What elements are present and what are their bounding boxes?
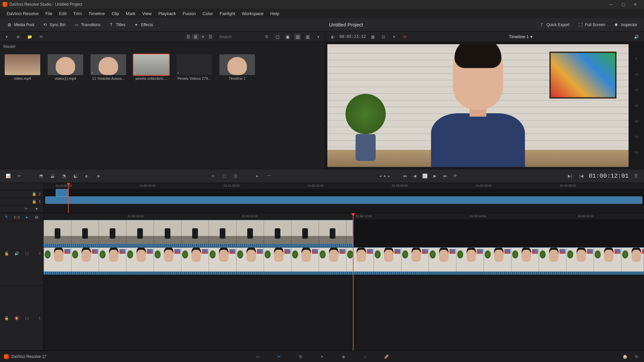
- maximize-button[interactable]: ▢: [617, 0, 629, 9]
- lock-icon[interactable]: 🔓: [3, 314, 11, 322]
- media-clip[interactable]: ♪11 Youtube Ausza...: [91, 54, 126, 80]
- marker-button[interactable]: ▼: [33, 205, 41, 213]
- jog-left-icon[interactable]: ◂: [379, 174, 381, 178]
- source-view-2[interactable]: ▣: [284, 34, 291, 40]
- ruler-main[interactable]: 01:00:09:0001:00:10:0001:00:12:0001:00:1…: [44, 213, 644, 220]
- video-icon[interactable]: ▢: [23, 249, 31, 257]
- next-edit-button[interactable]: ▶|: [566, 172, 574, 180]
- jump-last-button[interactable]: ⏭: [441, 172, 449, 180]
- search-input[interactable]: [219, 35, 259, 39]
- menu-fusion[interactable]: Fusion: [179, 10, 199, 17]
- source-view-3[interactable]: ▤: [294, 34, 301, 40]
- color-page-button[interactable]: ◉: [340, 353, 347, 360]
- sync-bin-button[interactable]: ⟲Sync Bin: [39, 21, 69, 29]
- menu-fairlight[interactable]: Fairlight: [216, 10, 238, 17]
- match-frame-button[interactable]: ▦: [369, 33, 377, 41]
- audio-trim-button[interactable]: 〰: [265, 172, 273, 180]
- mute-icon[interactable]: 🔊: [13, 249, 21, 257]
- home-button[interactable]: 🏠: [621, 353, 629, 360]
- lock-icon[interactable]: 🔓: [3, 249, 11, 257]
- prev-edit-button[interactable]: |◀: [577, 172, 585, 180]
- close-up-button[interactable]: ⬕: [71, 172, 79, 180]
- edit-page-button[interactable]: ⊞: [297, 353, 304, 360]
- stop-button[interactable]: [421, 172, 429, 180]
- metadata-view-button[interactable]: ☰: [185, 34, 192, 40]
- menu-mark[interactable]: Mark: [122, 10, 139, 17]
- tools-2-button[interactable]: ▢: [220, 172, 228, 180]
- menu-color[interactable]: Color: [199, 10, 216, 17]
- fairlight-page-button[interactable]: ♪: [361, 353, 369, 360]
- thumbnail-view-button[interactable]: ⊞: [192, 34, 199, 40]
- viewer-canvas[interactable]: [327, 44, 629, 167]
- link-button[interactable]: ●: [23, 213, 31, 221]
- append-button[interactable]: ⬓: [48, 172, 56, 180]
- sort-button[interactable]: ⇅: [263, 33, 271, 41]
- source-overwrite-button[interactable]: ⬗: [94, 172, 102, 180]
- overview-clip-v2[interactable]: [56, 189, 69, 196]
- breadcrumb[interactable]: Master: [0, 42, 325, 51]
- jump-first-button[interactable]: ⏮: [401, 172, 409, 180]
- video-clip-v2[interactable]: [44, 220, 353, 247]
- media-pool-button[interactable]: ⊞Media Pool: [3, 21, 38, 29]
- options-button[interactable]: ▾: [314, 33, 322, 41]
- loop-playback-button[interactable]: ⟳: [451, 172, 459, 180]
- snap-button[interactable]: ⊢: [22, 205, 31, 213]
- ripple-overwrite-button[interactable]: ⬔: [60, 172, 68, 180]
- overview-clip-v1[interactable]: [45, 196, 642, 204]
- timecode-display[interactable]: 01:00:12:01: [589, 173, 629, 179]
- play-button[interactable]: ▶: [431, 172, 439, 180]
- prev-frame-button[interactable]: ◀: [411, 172, 419, 180]
- quick-export-button[interactable]: ⤴Quick Export: [536, 21, 573, 29]
- deliver-page-button[interactable]: 🚀: [383, 353, 390, 360]
- smart-insert-button[interactable]: ⬒: [37, 172, 45, 180]
- trim-tool-button[interactable]: ⊏⊐: [13, 213, 21, 221]
- strip-view-button[interactable]: ≡: [200, 34, 206, 40]
- titles-button[interactable]: TTitles: [105, 21, 129, 29]
- zoom-fit-button[interactable]: ⊡: [379, 33, 387, 41]
- effects-button[interactable]: ✦Effects: [130, 21, 156, 29]
- source-view-4[interactable]: ▥: [304, 34, 311, 40]
- menu-edit[interactable]: Edit: [56, 10, 70, 17]
- media-page-button[interactable]: ▭: [254, 353, 261, 360]
- menu-file[interactable]: File: [42, 10, 56, 17]
- media-clip[interactable]: ♪Pexels Videos 279...: [176, 54, 212, 80]
- lock-icon[interactable]: 🔒: [32, 192, 37, 196]
- speaker-button[interactable]: 🔊: [633, 33, 641, 41]
- list-view-button[interactable]: ☲: [207, 34, 214, 40]
- settings-button[interactable]: ⚙: [633, 353, 640, 360]
- view-button[interactable]: ▤: [33, 213, 41, 221]
- media-clip[interactable]: ♪pexels-cottonbro-...: [133, 54, 169, 80]
- timeline-selector[interactable]: Timeline 1 ▾: [509, 34, 532, 39]
- menu-clip[interactable]: Clip: [108, 10, 122, 17]
- mute-icon[interactable]: 🔇: [13, 314, 21, 322]
- tools-3-button[interactable]: ⊡: [232, 172, 240, 180]
- split-button[interactable]: ✂: [15, 172, 23, 180]
- inspector-button[interactable]: ✱Inspector: [610, 21, 641, 29]
- fusion-page-button[interactable]: ✦: [318, 353, 326, 360]
- jog-right-icon[interactable]: ▸: [388, 174, 390, 178]
- bin-dropdown-button[interactable]: ▾: [3, 33, 11, 41]
- boring-detector-button[interactable]: 📊: [4, 172, 12, 180]
- import-button[interactable]: ⊕: [14, 33, 22, 41]
- menu-timeline[interactable]: Timeline: [85, 10, 108, 17]
- minimize-button[interactable]: ─: [605, 0, 617, 9]
- menu-playback[interactable]: Playback: [155, 10, 179, 17]
- dynamic-trim-button[interactable]: ▸: [253, 172, 261, 180]
- place-on-top-button[interactable]: ⬖: [83, 172, 91, 180]
- lock-icon[interactable]: 🔒: [32, 199, 37, 204]
- arrow-tool-button[interactable]: ✎: [3, 213, 11, 221]
- media-clip[interactable]: ♪video.mp4: [5, 54, 40, 80]
- playhead-overview[interactable]: [68, 183, 69, 213]
- menu-davinci-resolve[interactable]: DaVinci Resolve: [3, 10, 42, 17]
- menu-view[interactable]: View: [139, 10, 155, 17]
- loop-button[interactable]: ⟳: [401, 33, 409, 41]
- full-screen-button[interactable]: ⛶Full Screen: [574, 21, 609, 29]
- menu-help[interactable]: Help: [267, 10, 283, 17]
- timeline-options-button[interactable]: ☰: [632, 172, 640, 180]
- folder-button[interactable]: 📁: [25, 33, 34, 41]
- transitions-button[interactable]: ▭Transitions: [70, 21, 104, 29]
- cut-page-button[interactable]: ✂: [275, 353, 283, 360]
- video-clip-v1[interactable]: [44, 247, 644, 275]
- bypass-button[interactable]: ◐: [329, 33, 337, 41]
- ruler-overview[interactable]: 01:00:00:0001:00:45:0001:01:30:0001:02:1…: [44, 183, 644, 189]
